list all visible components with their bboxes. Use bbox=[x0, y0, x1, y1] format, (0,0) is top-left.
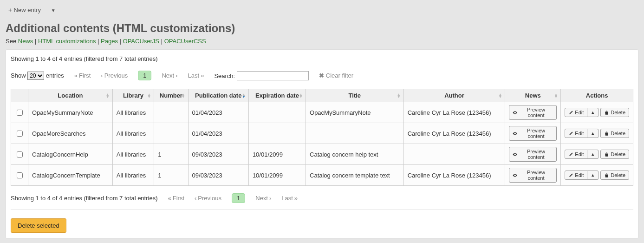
trash-icon bbox=[604, 173, 609, 178]
edit-dropdown-button[interactable]: ▲ bbox=[587, 171, 598, 180]
pager-last-button-bottom[interactable]: Last » bbox=[281, 195, 298, 202]
see-link-opacuserjs[interactable]: OPACUserJS bbox=[123, 38, 160, 45]
preview-content-button[interactable]: Preview content bbox=[509, 168, 557, 183]
caret-up-icon: ▲ bbox=[591, 152, 595, 157]
page-title: Additional contents (HTML customizations… bbox=[6, 22, 638, 35]
chevron-double-left-icon: « bbox=[168, 195, 171, 202]
header-location[interactable]: Location ▲▼ bbox=[28, 89, 113, 102]
pencil-icon bbox=[568, 110, 573, 115]
see-links: See News | HTML customizations | Pages |… bbox=[6, 38, 638, 45]
eye-icon bbox=[513, 110, 517, 115]
chevron-double-right-icon: » bbox=[294, 195, 298, 202]
search-control: Search: bbox=[214, 71, 308, 80]
header-title[interactable]: Title ▲▼ bbox=[306, 89, 404, 102]
new-entry-label: New entry bbox=[14, 7, 41, 13]
cell-publication-date: 09/03/2023 bbox=[188, 144, 248, 165]
cell-publication-date: 01/04/2023 bbox=[188, 102, 248, 123]
table-row: OpacMoreSearches All libraries 01/04/202… bbox=[11, 123, 633, 144]
cell-news: Preview content bbox=[505, 123, 561, 144]
chevron-double-left-icon: « bbox=[74, 72, 78, 79]
cell-number bbox=[154, 102, 188, 123]
preview-content-button[interactable]: Preview content bbox=[509, 126, 557, 141]
sort-icon: ▲▼ bbox=[498, 93, 502, 98]
see-link-pages[interactable]: Pages bbox=[101, 38, 118, 45]
cell-library: All libraries bbox=[112, 102, 154, 123]
pager-current[interactable]: 1 bbox=[138, 71, 151, 80]
cell-library: All libraries bbox=[112, 123, 154, 144]
clear-filter-button[interactable]: ✖ Clear filter bbox=[319, 72, 353, 79]
pager-first-button-bottom[interactable]: « First bbox=[168, 195, 185, 202]
cell-title bbox=[306, 123, 404, 144]
edit-dropdown-button[interactable]: ▲ bbox=[587, 108, 598, 117]
new-entry-button[interactable]: + New entry bbox=[6, 5, 44, 15]
table-row: CatalogConcernTemplate All libraries 1 0… bbox=[11, 165, 633, 186]
header-number[interactable]: Number ▲▼ bbox=[154, 89, 188, 102]
caret-up-icon: ▲ bbox=[591, 131, 595, 136]
cell-expiration-date: 10/01/2099 bbox=[248, 165, 306, 186]
chevron-right-icon: › bbox=[176, 72, 177, 79]
caret-up-icon: ▲ bbox=[591, 173, 595, 177]
table-row: OpacMySummaryNote All libraries 01/04/20… bbox=[11, 102, 633, 123]
length-menu: Show 20 entries bbox=[11, 72, 64, 80]
edit-dropdown-button[interactable]: ▲ bbox=[587, 150, 598, 159]
edit-button[interactable]: Edit bbox=[565, 150, 587, 159]
cell-actions: Edit ▲ Delete bbox=[561, 165, 633, 186]
delete-selected-button[interactable]: Delete selected bbox=[11, 218, 66, 233]
edit-button[interactable]: Edit bbox=[565, 171, 587, 180]
pencil-icon bbox=[568, 152, 573, 157]
row-checkbox[interactable] bbox=[17, 172, 23, 178]
pencil-icon bbox=[568, 131, 573, 136]
row-checkbox[interactable] bbox=[17, 131, 23, 137]
cell-title: Catalog concern template text bbox=[306, 165, 404, 186]
row-checkbox[interactable] bbox=[17, 151, 23, 158]
show-label: Show bbox=[11, 72, 26, 79]
header-author[interactable]: Author ▲▼ bbox=[403, 89, 505, 102]
header-library[interactable]: Library ▲▼ bbox=[112, 89, 154, 102]
search-input[interactable] bbox=[237, 71, 309, 80]
delete-button[interactable]: Delete bbox=[600, 108, 629, 117]
preview-content-button[interactable]: Preview content bbox=[509, 105, 557, 120]
pager-last-button[interactable]: Last » bbox=[188, 72, 204, 79]
pager-previous-button-bottom[interactable]: ‹ Previous bbox=[195, 195, 221, 202]
pager-next-button-bottom[interactable]: Next › bbox=[255, 195, 271, 202]
see-link-news[interactable]: News bbox=[18, 38, 33, 45]
delete-button[interactable]: Delete bbox=[600, 150, 629, 159]
entries-select[interactable]: 20 bbox=[27, 72, 44, 80]
cell-expiration-date bbox=[248, 102, 306, 123]
delete-button[interactable]: Delete bbox=[600, 171, 629, 180]
cell-author bbox=[403, 144, 505, 165]
see-link-html-customizations[interactable]: HTML customizations bbox=[38, 38, 96, 45]
chevron-left-icon: ‹ bbox=[101, 72, 103, 79]
edit-button[interactable]: Edit bbox=[565, 129, 587, 138]
new-entry-dropdown-button[interactable]: ▼ bbox=[48, 7, 59, 13]
cell-library: All libraries bbox=[112, 144, 154, 165]
pager-current-bottom[interactable]: 1 bbox=[232, 193, 245, 203]
cell-publication-date: 09/03/2023 bbox=[188, 165, 248, 186]
see-link-opacusercss[interactable]: OPACUserCSS bbox=[164, 38, 206, 45]
edit-button[interactable]: Edit bbox=[565, 108, 587, 117]
cell-actions: Edit ▲ Delete bbox=[561, 102, 633, 123]
delete-button[interactable]: Delete bbox=[600, 129, 629, 138]
pager-first-button[interactable]: « First bbox=[74, 72, 91, 79]
sort-icon: ▲▼ bbox=[182, 93, 185, 98]
sort-icon: ▲▼ bbox=[554, 93, 558, 98]
pager-previous-button[interactable]: ‹ Previous bbox=[101, 72, 128, 79]
header-news[interactable]: News ▲▼ bbox=[505, 89, 561, 102]
cell-title: OpacMySummaryNote bbox=[306, 102, 404, 123]
edit-dropdown-button[interactable]: ▲ bbox=[587, 129, 598, 138]
plus-icon: + bbox=[8, 7, 12, 13]
trash-icon bbox=[604, 110, 609, 115]
sort-icon: ▲▼ bbox=[106, 93, 110, 98]
header-actions: Actions bbox=[561, 89, 633, 102]
header-publication-date[interactable]: Publication date ▲▼ bbox=[188, 89, 248, 102]
cell-author: Caroline Cyr La Rose (123456) bbox=[403, 123, 505, 144]
sort-icon: ▲▼ bbox=[147, 93, 151, 98]
sort-icon: ▲▼ bbox=[299, 93, 303, 98]
header-expiration-date[interactable]: Expiration date ▲▼ bbox=[248, 89, 306, 102]
pager-next-button[interactable]: Next › bbox=[162, 72, 177, 79]
cell-location: OpacMoreSearches bbox=[28, 123, 113, 144]
preview-content-button[interactable]: Preview content bbox=[509, 147, 557, 162]
cell-publication-date: 01/04/2023 bbox=[188, 123, 248, 144]
chevron-right-icon: › bbox=[269, 195, 271, 202]
row-checkbox[interactable] bbox=[17, 110, 23, 116]
